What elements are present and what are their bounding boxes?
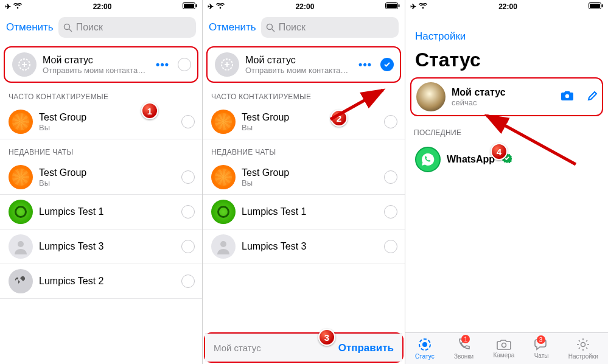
highlight-4: Мой статус сейчас	[410, 77, 603, 116]
list-item[interactable]: Lumpics Test 1	[0, 195, 202, 229]
svg-line-4	[69, 29, 72, 32]
send-bar: Мой статус Отправить	[205, 334, 402, 362]
airplane-icon: ✈	[208, 2, 214, 11]
tab-status[interactable]: Статус	[415, 337, 435, 360]
list-item[interactable]: Lumpics Test 3	[203, 229, 405, 264]
tab-chats[interactable]: Чаты 3	[534, 338, 549, 359]
more-icon[interactable]: •••	[358, 58, 372, 71]
avatar	[9, 269, 33, 293]
svg-point-6	[18, 241, 24, 247]
step-badge-2: 2	[330, 110, 348, 127]
my-status-avatar	[416, 82, 446, 111]
clock: 22:00	[498, 2, 517, 11]
my-status-subtitle: Отправить моим контактам, кр…	[43, 66, 150, 75]
section-frequent: ЧАСТО КОНТАКТИРУЕМЫЕ	[203, 84, 405, 105]
select-radio[interactable]	[181, 170, 195, 184]
airplane-icon: ✈	[5, 2, 11, 11]
search-icon	[266, 23, 275, 32]
my-status-row[interactable]: Мой статус Отправить моим контактам, кр……	[212, 50, 396, 79]
my-status-icon	[215, 52, 239, 77]
my-status-row[interactable]: Мой статус Отправить моим контактам, кр……	[10, 50, 194, 79]
avatar	[9, 165, 33, 189]
svg-rect-16	[601, 4, 603, 7]
avatar	[211, 110, 236, 134]
list-item[interactable]: Lumpics Test 3	[0, 229, 202, 264]
cancel-button[interactable]: Отменить	[209, 21, 256, 33]
wifi-icon	[13, 2, 22, 11]
search-input[interactable]: Поиск	[261, 17, 399, 38]
svg-point-3	[64, 24, 69, 29]
panel-2: ✈ 22:00 Отменить Поиск Мой статус Отправ…	[203, 0, 405, 364]
clock: 22:00	[296, 2, 315, 11]
send-chip: Мой статус	[214, 343, 261, 353]
svg-rect-1	[195, 4, 197, 7]
svg-point-18	[565, 94, 569, 98]
list-item[interactable]: Lumpics Test 2	[0, 264, 202, 299]
tab-settings[interactable]: Настройки	[568, 337, 598, 360]
search-input[interactable]: Поиск	[58, 17, 196, 38]
search-icon	[63, 23, 72, 32]
chats-badge: 3	[537, 335, 545, 344]
whatsapp-row[interactable]: WhatsApp	[405, 141, 608, 178]
avatar	[9, 200, 33, 224]
status-bar: ✈ 22:00	[405, 0, 608, 13]
battery-icon	[589, 2, 603, 11]
select-radio[interactable]	[178, 58, 191, 71]
avatar	[9, 234, 33, 259]
list-item[interactable]: Lumpics Test 1	[203, 195, 405, 229]
select-radio[interactable]	[384, 205, 397, 219]
more-icon[interactable]: •••	[156, 58, 169, 71]
svg-rect-8	[398, 4, 399, 7]
battery-icon	[385, 2, 400, 11]
section-frequent: ЧАСТО КОНТАКТИРУЕМЫЕ	[0, 84, 202, 105]
list-item[interactable]: Test GroupВы	[203, 160, 405, 195]
step-badge-4: 4	[491, 143, 508, 160]
status-bar: ✈ 22:00	[0, 0, 202, 13]
highlight-2: Мой статус Отправить моим контактам, кр……	[206, 46, 401, 83]
cancel-button[interactable]: Отменить	[6, 21, 54, 33]
my-status-icon	[12, 52, 37, 77]
section-recent: НЕДАВНИЕ ЧАТЫ	[203, 139, 405, 160]
select-radio[interactable]	[181, 275, 195, 288]
settings-link[interactable]: Настройки	[415, 30, 598, 43]
tab-calls[interactable]: Звонки 1	[454, 337, 473, 360]
select-radio[interactable]	[384, 240, 397, 253]
send-button[interactable]: Отправить	[338, 342, 394, 354]
list-item[interactable]: Test GroupВы	[203, 105, 405, 139]
select-radio[interactable]	[384, 115, 397, 128]
step-badge-3: 3	[318, 329, 335, 346]
select-radio[interactable]	[181, 205, 195, 219]
svg-point-21	[422, 342, 427, 347]
camera-icon[interactable]	[561, 90, 574, 103]
select-radio[interactable]	[384, 170, 397, 184]
wifi-icon	[419, 2, 427, 11]
avatar	[9, 110, 33, 134]
status-bar: ✈ 22:00	[203, 0, 405, 13]
section-recent: НЕДАВНИЕ ЧАТЫ	[0, 139, 202, 160]
whatsapp-label: WhatsApp	[447, 154, 495, 165]
panel-1: ✈ 22:00 Отменить Поиск Мой статус Отправ…	[0, 0, 203, 364]
battery-icon	[183, 2, 197, 11]
step-badge-1: 1	[141, 102, 158, 119]
tab-camera[interactable]: Камера	[493, 338, 514, 359]
select-radio-checked[interactable]	[380, 58, 394, 71]
page-title: Статус	[415, 49, 598, 71]
section-recent: ПОСЛЕДНИЕ	[405, 120, 608, 141]
whatsapp-icon	[415, 147, 441, 172]
my-status-row[interactable]: Мой статус сейчас	[416, 81, 598, 113]
highlight-3: Мой статус Отправить	[204, 332, 404, 363]
avatar	[211, 234, 236, 259]
pencil-icon[interactable]	[587, 90, 598, 103]
svg-point-13	[220, 241, 226, 247]
svg-point-10	[267, 24, 272, 29]
select-radio[interactable]	[181, 240, 195, 253]
svg-rect-2	[184, 4, 194, 8]
select-radio[interactable]	[181, 115, 195, 128]
avatar	[211, 165, 236, 189]
svg-rect-17	[590, 4, 600, 8]
nav-top: Отменить Поиск	[0, 13, 202, 45]
list-item[interactable]: Test GroupВы	[0, 105, 202, 139]
clock: 22:00	[93, 2, 112, 11]
gear-icon	[576, 337, 590, 352]
list-item[interactable]: Test GroupВы	[0, 160, 202, 195]
